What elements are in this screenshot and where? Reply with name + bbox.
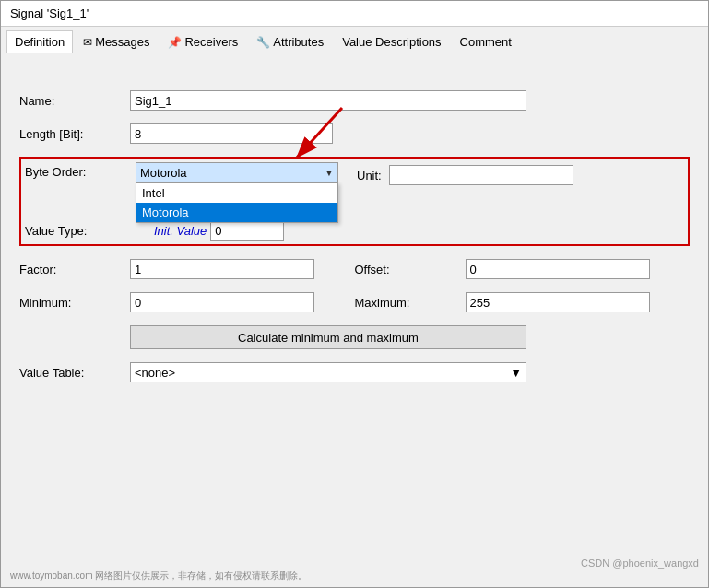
tab-comment[interactable]: Comment: [452, 30, 520, 53]
watermark: CSDN @phoenix_wangxd: [581, 558, 699, 569]
value-table-arrow: ▼: [510, 366, 522, 380]
minimum-label: Minimum:: [19, 296, 130, 310]
maximum-label: Maximum:: [355, 296, 466, 310]
byte-order-value: Motorola: [140, 166, 187, 180]
receivers-icon: 📌: [168, 36, 182, 49]
value-table-value: <none>: [135, 366, 175, 380]
main-window: Signal 'Sig1_1' Definition ✉ Messages 📌 …: [0, 0, 709, 588]
factor-offset-row: Factor: Offset:: [19, 259, 690, 279]
tab-value-descriptions-label: Value Descriptions: [342, 35, 441, 49]
length-row: Length [Bit]:: [19, 123, 690, 144]
unit-input[interactable]: [389, 165, 573, 185]
factor-input[interactable]: [130, 259, 314, 279]
maximum-input[interactable]: [466, 292, 650, 312]
tab-receivers-label: Receivers: [184, 35, 238, 49]
title-bar: Signal 'Sig1_1': [1, 1, 708, 27]
value-table-label: Value Table:: [19, 366, 130, 380]
min-col: Minimum:: [19, 292, 355, 312]
messages-icon: ✉: [83, 36, 92, 49]
init-value-input[interactable]: [210, 220, 284, 241]
value-table-select[interactable]: <none> ▼: [130, 362, 526, 382]
calc-row: Calculate minimum and maximum: [19, 325, 690, 349]
factor-label: Factor:: [19, 263, 130, 276]
option-motorola[interactable]: Motorola: [136, 203, 337, 222]
window-title: Signal 'Sig1_1': [10, 6, 89, 20]
factor-col: Factor:: [19, 259, 355, 279]
byte-order-dropdown: Intel Motorola: [136, 182, 338, 223]
tab-comment-label: Comment: [460, 35, 512, 49]
name-input[interactable]: [130, 90, 526, 111]
length-label: Length [Bit]:: [19, 127, 130, 141]
max-col: Maximum:: [355, 292, 691, 312]
tab-receivers[interactable]: 📌 Receivers: [160, 30, 246, 53]
name-row: Name:: [19, 90, 690, 111]
tab-definition-label: Definition: [15, 35, 65, 49]
content-area: Name: Length [Bit]: Byte Order: Motorola…: [1, 53, 708, 587]
name-label: Name:: [19, 94, 130, 108]
unit-label: Unit:: [357, 169, 382, 182]
byte-order-arrow: ▼: [325, 168, 334, 178]
option-intel[interactable]: Intel: [136, 183, 337, 203]
tab-messages-label: Messages: [95, 35, 149, 49]
minimum-input[interactable]: [130, 292, 314, 312]
tab-bar: Definition ✉ Messages 📌 Receivers 🔧 Attr…: [1, 27, 708, 53]
tab-attributes[interactable]: 🔧 Attributes: [248, 30, 332, 53]
value-table-row: Value Table: <none> ▼: [19, 362, 690, 382]
offset-label: Offset:: [355, 263, 466, 276]
byte-order-container: Motorola ▼ Intel Motorola: [136, 162, 338, 182]
value-type-label: Value Type:: [25, 224, 136, 238]
length-input[interactable]: [130, 123, 333, 144]
offset-col: Offset:: [355, 259, 691, 279]
byte-order-label: Byte Order:: [25, 162, 136, 179]
attributes-icon: 🔧: [256, 36, 270, 49]
bottom-text: www.toymoban.com 网络图片仅供展示，非存储，如有侵权请联系删除。: [10, 570, 307, 582]
tab-definition[interactable]: Definition: [6, 30, 73, 53]
tab-attributes-label: Attributes: [273, 35, 324, 49]
byte-order-select[interactable]: Motorola ▼: [136, 162, 338, 182]
init-value-link[interactable]: Init. Value: [154, 224, 207, 238]
tab-messages[interactable]: ✉ Messages: [75, 30, 158, 53]
min-max-row: Minimum: Maximum:: [19, 292, 690, 312]
calc-button[interactable]: Calculate minimum and maximum: [130, 325, 526, 349]
offset-input[interactable]: [466, 259, 650, 279]
tab-value-descriptions[interactable]: Value Descriptions: [334, 30, 449, 53]
